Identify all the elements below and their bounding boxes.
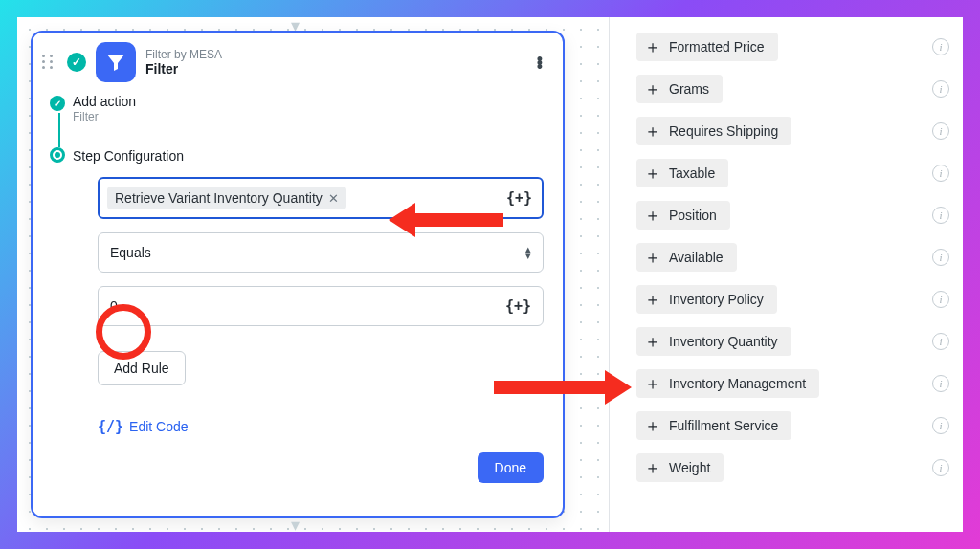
variable-pill-available[interactable]: ＋Available [636, 243, 737, 272]
variable-row: ＋Formatted Price i [636, 33, 949, 61]
variable-row: ＋Available i [636, 243, 949, 272]
code-braces-icon: {/} [98, 418, 123, 435]
card-menu-button[interactable]: ••• [530, 56, 549, 68]
info-icon[interactable]: i [932, 80, 949, 98]
variable-row: ＋Grams i [636, 75, 949, 103]
edit-code-label: Edit Code [129, 419, 188, 434]
info-icon[interactable]: i [932, 375, 949, 392]
info-icon[interactable]: i [932, 333, 949, 350]
insert-variable-button[interactable]: {+} [506, 189, 532, 207]
variable-label: Fulfillment Service [669, 418, 778, 433]
variable-row: ＋Inventory Quantity i [636, 327, 949, 356]
plus-icon: ＋ [644, 419, 661, 432]
variable-pill-grams[interactable]: ＋Grams [636, 75, 723, 103]
plus-icon: ＋ [644, 40, 661, 54]
variable-label: Position [669, 208, 717, 223]
variable-label: Available [669, 250, 724, 265]
plus-icon: ＋ [644, 251, 661, 264]
edit-code-link[interactable]: {/} Edit Code [98, 418, 544, 435]
plus-icon: ＋ [644, 82, 661, 96]
info-icon[interactable]: i [932, 165, 949, 182]
condition-value-input[interactable]: 0 {+} [98, 286, 544, 326]
step-active-icon [50, 147, 65, 163]
variable-label: Inventory Policy [669, 292, 764, 307]
info-icon[interactable]: i [932, 417, 949, 434]
variable-pill-fulfillment-service[interactable]: ＋Fulfillment Service [636, 411, 791, 440]
variable-label: Inventory Management [669, 376, 806, 391]
variable-row: ＋Fulfillment Service i [636, 411, 949, 440]
plus-icon: ＋ [644, 209, 661, 222]
variable-label: Inventory Quantity [669, 334, 778, 349]
info-icon[interactable]: i [932, 459, 949, 476]
variable-row: ＋Inventory Management i [636, 369, 949, 398]
variable-label: Formatted Price [669, 39, 765, 55]
variable-pill-position[interactable]: ＋Position [636, 201, 730, 230]
variable-pill-requires-shipping[interactable]: ＋Requires Shipping [636, 117, 791, 145]
step-rail: ✓ [50, 96, 69, 163]
plus-icon: ＋ [644, 166, 661, 180]
variable-pill-taxable[interactable]: ＋Taxable [636, 159, 728, 187]
variable-pill-inventory-policy[interactable]: ＋Inventory Policy [636, 285, 777, 314]
add-action-sub: Filter [73, 110, 544, 123]
add-rule-button[interactable]: Add Rule [98, 351, 186, 385]
variable-row: ＋Inventory Policy i [636, 285, 949, 314]
drag-handle-icon[interactable] [42, 55, 56, 70]
info-icon[interactable]: i [932, 207, 949, 224]
variable-label: Weight [669, 460, 710, 475]
builder-surface: ▾ ✓ Filter by MESA Filter ••• ✓ [17, 17, 963, 532]
canvas-panel: ▾ ✓ Filter by MESA Filter ••• ✓ [17, 17, 609, 532]
filter-app-icon [96, 42, 136, 82]
condition-left-operand-input[interactable]: Retrieve Variant Inventory Quantity ✕ {+… [98, 177, 544, 219]
plus-icon: ＋ [644, 377, 661, 390]
variable-label: Taxable [669, 165, 715, 181]
value-text: 0 [110, 298, 118, 314]
info-icon[interactable]: i [932, 38, 949, 55]
variable-label: Requires Shipping [669, 123, 778, 139]
add-action-heading: Add action [73, 94, 544, 109]
provider-label: Filter by MESA [145, 48, 521, 61]
operator-value: Equals [110, 245, 151, 260]
variable-row: ＋Position i [636, 201, 949, 230]
info-icon[interactable]: i [932, 122, 949, 140]
step-complete-icon: ✓ [50, 96, 65, 111]
variable-pill-weight[interactable]: ＋Weight [636, 453, 724, 482]
step-config-heading: Step Configuration [73, 148, 544, 164]
variable-token-chip[interactable]: Retrieve Variant Inventory Quantity ✕ [107, 187, 346, 209]
filter-step-card: ✓ Filter by MESA Filter ••• ✓ Add action… [31, 31, 565, 518]
token-label: Retrieve Variant Inventory Quantity [115, 190, 323, 206]
card-header: ✓ Filter by MESA Filter ••• [33, 33, 563, 90]
variables-panel: ＋Formatted Price i ＋Grams i ＋Requires Sh… [609, 17, 963, 532]
done-button[interactable]: Done [478, 452, 544, 483]
insert-variable-button-2[interactable]: {+} [505, 297, 531, 315]
condition-operator-select[interactable]: Equals ▴▾ [98, 232, 544, 273]
variable-pill-inventory-quantity[interactable]: ＋Inventory Quantity [636, 327, 791, 356]
plus-icon: ＋ [644, 335, 661, 348]
connector-out-icon: ▾ [291, 515, 300, 532]
info-icon[interactable]: i [932, 249, 949, 266]
status-check-icon: ✓ [67, 53, 86, 72]
variable-pill-inventory-management[interactable]: ＋Inventory Management [636, 369, 819, 398]
token-remove-icon[interactable]: ✕ [328, 191, 339, 206]
info-icon[interactable]: i [932, 291, 949, 308]
variable-label: Grams [669, 81, 709, 97]
variable-row: ＋Taxable i [636, 159, 949, 187]
variable-pill-formatted-price[interactable]: ＋Formatted Price [636, 33, 778, 61]
plus-icon: ＋ [644, 461, 661, 474]
card-title: Filter [145, 61, 521, 77]
select-caret-icon: ▴▾ [525, 246, 531, 259]
plus-icon: ＋ [644, 293, 661, 306]
variable-row: ＋Weight i [636, 453, 949, 482]
variable-row: ＋Requires Shipping i [636, 117, 949, 145]
plus-icon: ＋ [644, 124, 661, 138]
